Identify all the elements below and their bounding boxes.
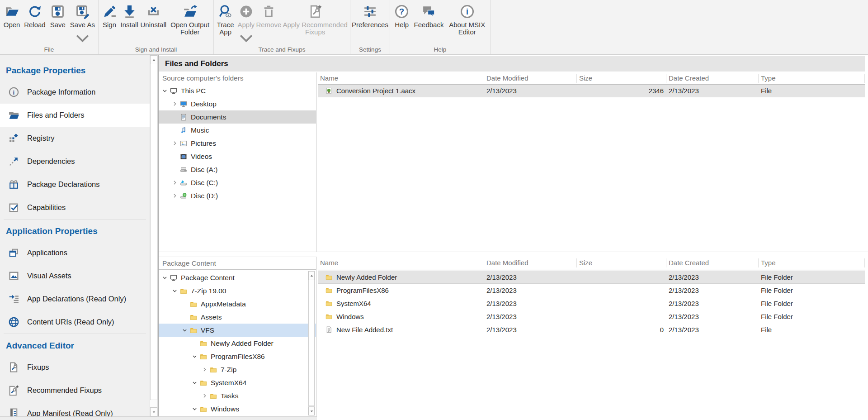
remove-trash-icon bbox=[261, 3, 276, 20]
tree-item-pictures[interactable]: Pictures bbox=[159, 137, 316, 150]
sidebar-item-dependencies[interactable]: Dependencies bbox=[0, 150, 150, 173]
scroll-down-button[interactable] bbox=[150, 407, 157, 416]
column-header-date-modified[interactable]: Date Modified bbox=[484, 74, 577, 83]
folder-icon bbox=[209, 366, 218, 374]
open-button[interactable]: Open bbox=[2, 0, 22, 29]
column-header-type[interactable]: Type bbox=[759, 258, 865, 267]
expander-open[interactable] bbox=[160, 275, 169, 281]
sidebar-item-registry[interactable]: Registry bbox=[0, 127, 150, 150]
folder-icon bbox=[209, 392, 218, 400]
table-row[interactable]: Windows2/13/20232/13/2023File Folder bbox=[318, 310, 865, 323]
scroll-up-button[interactable] bbox=[308, 271, 315, 280]
sign-pencil-icon bbox=[102, 3, 117, 20]
tree-item-this-pc[interactable]: This PC bbox=[159, 84, 316, 97]
save-as-button[interactable]: Save As bbox=[69, 0, 96, 47]
scrollbar-thumb[interactable] bbox=[308, 280, 315, 406]
expander-open[interactable] bbox=[190, 380, 199, 386]
sidebar-item-app-declarations-read-only[interactable]: App Declarations (Read Only) bbox=[0, 287, 150, 310]
sign-button[interactable]: Sign bbox=[99, 0, 119, 29]
install-button[interactable]: Install bbox=[119, 0, 139, 29]
tree-item-7-zip[interactable]: 7-Zip bbox=[159, 363, 316, 376]
table-row[interactable]: ProgramFilesX862/13/20232/13/2023File Fo… bbox=[318, 284, 865, 297]
sidebar-item-label: Content URIs (Read Only) bbox=[27, 318, 114, 326]
tree-item-appxmetadata[interactable]: AppxMetadata bbox=[159, 297, 316, 310]
column-header-size[interactable]: Size bbox=[577, 258, 666, 267]
sidebar-item-capabilities[interactable]: Capabilities bbox=[0, 196, 150, 219]
expander-open[interactable] bbox=[190, 406, 199, 412]
tree-item-package-content[interactable]: Package Content bbox=[159, 271, 316, 284]
column-header-date-created[interactable]: Date Created bbox=[666, 258, 759, 267]
table-body: Conversion Project 1.aacx2/13/202323462/… bbox=[318, 84, 865, 97]
down-arrow-icon bbox=[309, 409, 314, 414]
tree-item-desktop[interactable]: Desktop bbox=[159, 97, 316, 110]
column-header-date-created[interactable]: Date Created bbox=[666, 74, 759, 83]
expander-collapsed[interactable] bbox=[170, 193, 179, 199]
sidebar-item-content-uris-read-only[interactable]: Content URIs (Read Only) bbox=[0, 310, 150, 334]
tree-item-windows[interactable]: Windows bbox=[159, 402, 316, 415]
sidebar-item-package-declarations[interactable]: Package Declarations bbox=[0, 173, 150, 196]
horizontal-scrollbar-strip[interactable] bbox=[0, 416, 317, 420]
expander-collapsed[interactable] bbox=[200, 393, 209, 399]
table-row[interactable]: Conversion Project 1.aacx2/13/202323462/… bbox=[318, 84, 865, 97]
tree-item-tasks[interactable]: Tasks bbox=[159, 389, 316, 402]
feedback-button[interactable]: Feedback bbox=[413, 0, 445, 29]
tree-item-disc-d[interactable]: Disc (D:) bbox=[159, 189, 316, 202]
tree-item-disc-c[interactable]: Disc (C:) bbox=[159, 176, 316, 189]
tree-item-7-zip-19-00[interactable]: 7-Zip 19.00 bbox=[159, 284, 316, 297]
tree-item-music[interactable]: Music bbox=[159, 124, 316, 137]
expander-open[interactable] bbox=[160, 88, 169, 94]
package-info-icon: i bbox=[8, 86, 20, 98]
pane-splitter[interactable] bbox=[316, 257, 317, 420]
expander-collapsed[interactable] bbox=[170, 101, 179, 107]
table-row[interactable]: Newly Added Folder2/13/20232/13/2023File… bbox=[318, 271, 865, 284]
expander-open[interactable] bbox=[180, 327, 189, 333]
column-header-name[interactable]: Name bbox=[318, 258, 484, 267]
tree-item-newly-added-folder[interactable]: Newly Added Folder bbox=[159, 337, 316, 350]
sidebar-item-package-information[interactable]: iPackage Information bbox=[0, 81, 150, 104]
trace-app-button[interactable]: Trace App bbox=[215, 0, 236, 36]
button-label: Feedback bbox=[414, 21, 444, 29]
table-row[interactable]: New File Added.txt2/13/202302/13/2023Fil… bbox=[318, 323, 865, 336]
button-label: Reload bbox=[24, 21, 46, 29]
sidebar-scrollbar[interactable] bbox=[150, 55, 158, 416]
open-output-folder-button[interactable]: Open Output Folder bbox=[167, 0, 212, 36]
date-modified-cell: 2/13/2023 bbox=[484, 273, 577, 281]
column-header-type[interactable]: Type bbox=[759, 74, 865, 83]
expander-collapsed[interactable] bbox=[170, 140, 179, 146]
scroll-down-button[interactable] bbox=[308, 406, 315, 415]
folder-icon bbox=[325, 286, 333, 294]
scroll-up-button[interactable] bbox=[150, 55, 157, 64]
scrollbar-thumb[interactable] bbox=[150, 64, 157, 400]
uninstall-button[interactable]: Uninstall bbox=[139, 0, 167, 29]
source-pane-header: Source computer's folders bbox=[159, 72, 316, 84]
tree-item-assets[interactable]: Assets bbox=[159, 310, 316, 324]
reload-button[interactable]: Reload bbox=[23, 0, 47, 29]
tree-item-documents[interactable]: Documents bbox=[159, 110, 316, 124]
sidebar-item-visual-assets[interactable]: Visual Assets bbox=[0, 264, 150, 287]
preferences-button[interactable]: Preferences bbox=[351, 0, 389, 29]
column-header-size[interactable]: Size bbox=[577, 74, 666, 83]
sidebar-item-files-and-folders[interactable]: Files and Folders bbox=[0, 104, 150, 127]
tree-item-vfs[interactable]: VFS bbox=[159, 324, 316, 337]
sidebar-item-recommended-fixups[interactable]: Recommended Fixups bbox=[0, 379, 150, 402]
expander-open[interactable] bbox=[170, 288, 179, 294]
horizontal-splitter[interactable] bbox=[159, 252, 868, 252]
expander-collapsed[interactable] bbox=[200, 367, 209, 372]
tree-item-disc-a[interactable]: Disc (A:) bbox=[159, 163, 316, 176]
sidebar-item-fixups[interactable]: Fixups bbox=[0, 356, 150, 379]
sidebar-item-applications[interactable]: Applications bbox=[0, 241, 150, 264]
package-tree-scrollbar[interactable] bbox=[308, 271, 315, 415]
expander-open[interactable] bbox=[190, 353, 199, 359]
tree-item-programfilesx86[interactable]: ProgramFilesX86 bbox=[159, 350, 316, 363]
expander-collapsed[interactable] bbox=[170, 180, 179, 186]
tree-item-videos[interactable]: Videos bbox=[159, 150, 316, 163]
table-row[interactable]: SystemX642/13/20232/13/2023File Folder bbox=[318, 297, 865, 310]
main-content: Files and Folders Source computer's fold… bbox=[159, 55, 868, 420]
column-header-date-modified[interactable]: Date Modified bbox=[484, 258, 577, 267]
pane-splitter[interactable] bbox=[316, 72, 317, 252]
about-msix-editor-button[interactable]: iAbout MSIX Editor bbox=[446, 0, 488, 36]
column-header-name[interactable]: Name bbox=[318, 74, 484, 83]
tree-item-systemx64[interactable]: SystemX64 bbox=[159, 376, 316, 389]
help-button[interactable]: ?Help bbox=[392, 0, 412, 29]
save-button[interactable]: Save bbox=[48, 0, 68, 29]
